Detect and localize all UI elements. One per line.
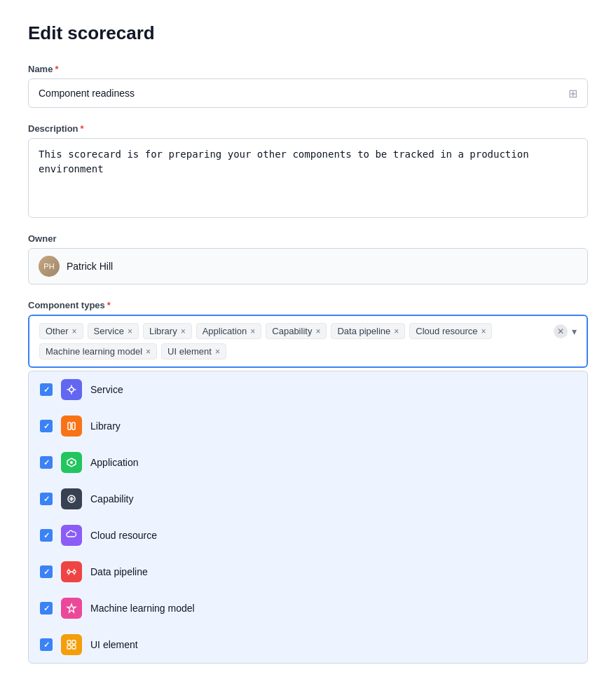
dropdown-item-ml-model[interactable]: ✓ Machine learning model — [29, 590, 587, 626]
svg-rect-8 — [72, 640, 76, 644]
tag-ui-element[interactable]: UI element × — [161, 343, 226, 359]
svg-rect-7 — [67, 640, 71, 644]
dropdown-item-library[interactable]: ✓ Library — [29, 408, 587, 444]
field-controls: ✕ ▾ — [554, 323, 577, 338]
dropdown-item-cloud-resource[interactable]: ✓ Cloud resource — [29, 517, 587, 554]
checkbox-capability-check: ✓ — [43, 495, 50, 504]
dropdown-capability-label: Capability — [90, 493, 133, 505]
clear-button[interactable]: ✕ — [554, 324, 568, 338]
component-types-input[interactable]: Other × Service × Library × Application … — [28, 315, 588, 368]
tag-data-pipeline-label: Data pipeline — [337, 326, 390, 336]
checkbox-application-check: ✓ — [43, 458, 50, 467]
tag-ml-model[interactable]: Machine learning model × — [39, 343, 157, 359]
checkbox-library[interactable]: ✓ — [40, 420, 53, 432]
name-input[interactable] — [39, 88, 568, 99]
description-input[interactable]: This scorecard is for preparing your oth… — [39, 147, 577, 207]
name-label: Name * — [28, 64, 588, 74]
svg-point-3 — [70, 461, 73, 464]
tag-cloud-resource[interactable]: Cloud resource × — [409, 323, 492, 339]
description-field-group: Description * This scorecard is for prep… — [28, 123, 588, 218]
checkbox-data-pipeline-check: ✓ — [43, 568, 50, 577]
application-icon — [61, 452, 82, 473]
tag-application[interactable]: Application × — [196, 323, 262, 339]
ml-model-icon — [61, 598, 82, 619]
checkbox-application[interactable]: ✓ — [40, 456, 53, 469]
tag-capability-close[interactable]: × — [315, 327, 320, 336]
component-types-required-star: * — [107, 300, 111, 310]
dropdown-item-ui-element[interactable]: ✓ UI element — [29, 626, 587, 663]
tag-ml-model-close[interactable]: × — [146, 348, 151, 356]
svg-rect-9 — [67, 645, 71, 649]
tag-service[interactable]: Service × — [88, 323, 139, 339]
checkbox-service[interactable]: ✓ — [40, 383, 53, 396]
svg-rect-1 — [68, 423, 71, 430]
checkbox-capability[interactable]: ✓ — [40, 493, 53, 505]
tag-service-label: Service — [94, 326, 124, 336]
dropdown-panel: ✓ Service ✓ Library — [28, 371, 588, 664]
tag-service-close[interactable]: × — [128, 327, 132, 336]
svg-rect-2 — [72, 423, 75, 430]
grid-icon: ⊞ — [568, 87, 577, 100]
owner-field-group: Owner PH Patrick Hill — [28, 233, 588, 284]
name-field-group: Name * ⊞ — [28, 64, 588, 108]
tags-area: Other × Service × Library × Application … — [39, 323, 548, 359]
service-icon — [61, 379, 82, 400]
capability-icon — [61, 488, 82, 509]
dropdown-cloud-resource-label: Cloud resource — [90, 530, 157, 541]
page-title: Edit scorecard — [28, 22, 588, 44]
tag-application-close[interactable]: × — [250, 327, 255, 336]
checkbox-library-check: ✓ — [43, 422, 50, 431]
component-types-field-group: Component types * Other × Service × Libr… — [28, 300, 588, 664]
dropdown-ml-model-label: Machine learning model — [90, 603, 195, 614]
tag-cloud-resource-label: Cloud resource — [416, 326, 477, 336]
name-input-wrapper[interactable]: ⊞ — [28, 78, 588, 108]
dropdown-ui-element-label: UI element — [90, 639, 138, 650]
tag-library-label: Library — [149, 326, 177, 336]
dropdown-item-data-pipeline[interactable]: ✓ Data pipeline — [29, 554, 587, 590]
name-required-star: * — [55, 64, 58, 74]
checkbox-ml-model-check: ✓ — [43, 604, 50, 613]
tag-other[interactable]: Other × — [39, 323, 83, 339]
dropdown-item-service[interactable]: ✓ Service — [29, 371, 587, 408]
tag-ui-element-close[interactable]: × — [215, 348, 220, 356]
description-wrapper[interactable]: This scorecard is for preparing your oth… — [28, 138, 588, 218]
dropdown-item-capability[interactable]: ✓ Capability — [29, 481, 587, 517]
owner-field: PH Patrick Hill — [28, 248, 588, 284]
svg-rect-10 — [72, 645, 76, 649]
dropdown-service-label: Service — [90, 384, 123, 395]
dropdown-application-label: Application — [90, 457, 139, 468]
tag-capability-label: Capability — [272, 326, 312, 336]
description-required-star: * — [81, 123, 84, 134]
chevron-down-icon[interactable]: ▾ — [572, 326, 577, 337]
tag-data-pipeline[interactable]: Data pipeline × — [331, 323, 405, 339]
checkbox-ui-element[interactable]: ✓ — [40, 638, 53, 651]
data-pipeline-icon — [61, 561, 82, 582]
dropdown-data-pipeline-label: Data pipeline — [90, 566, 148, 577]
tag-library[interactable]: Library × — [143, 323, 192, 339]
tag-library-close[interactable]: × — [181, 327, 186, 336]
dropdown-item-application[interactable]: ✓ Application — [29, 444, 587, 481]
checkbox-data-pipeline[interactable]: ✓ — [40, 565, 53, 578]
cloud-resource-icon — [61, 525, 82, 546]
tag-cloud-resource-close[interactable]: × — [481, 327, 486, 336]
svg-point-0 — [69, 387, 74, 392]
clear-icon: ✕ — [557, 327, 564, 336]
owner-label: Owner — [28, 233, 588, 244]
checkbox-ml-model[interactable]: ✓ — [40, 602, 53, 615]
tag-other-label: Other — [46, 326, 69, 336]
tag-capability[interactable]: Capability × — [266, 323, 327, 339]
tag-ml-model-label: Machine learning model — [46, 346, 142, 357]
checkbox-ui-element-check: ✓ — [43, 640, 50, 650]
tag-data-pipeline-close[interactable]: × — [394, 327, 399, 336]
tag-other-close[interactable]: × — [72, 327, 77, 336]
component-types-label: Component types * — [28, 300, 588, 310]
tag-application-label: Application — [203, 326, 247, 336]
tag-ui-element-label: UI element — [167, 346, 212, 357]
avatar-image: PH — [39, 256, 60, 277]
checkbox-cloud-resource-check: ✓ — [43, 531, 50, 540]
dropdown-library-label: Library — [90, 420, 121, 432]
owner-name: Patrick Hill — [67, 261, 113, 272]
checkbox-cloud-resource[interactable]: ✓ — [40, 529, 53, 542]
ui-element-icon — [61, 634, 82, 655]
description-label: Description * — [28, 123, 588, 134]
